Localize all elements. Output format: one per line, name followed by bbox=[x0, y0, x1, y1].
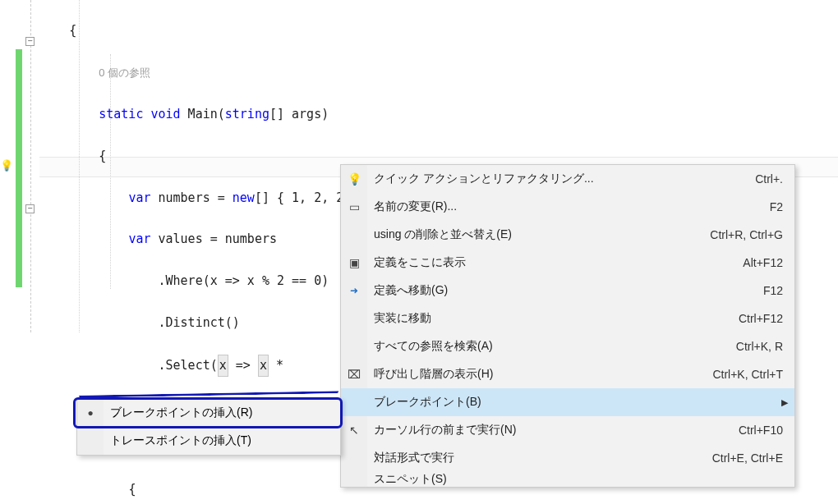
highlighted-variable: x bbox=[218, 355, 228, 377]
outline-connector bbox=[30, 0, 31, 332]
references-codelens[interactable]: 0 個の参照 bbox=[99, 66, 150, 79]
menu-execute-interactive[interactable]: 対話形式で実行 Ctrl+E, Ctrl+E bbox=[341, 444, 794, 472]
lightbulb-icon[interactable]: 💡 bbox=[0, 159, 12, 172]
code-brace: { bbox=[69, 23, 76, 38]
menu-snippet[interactable]: スニペット(S) bbox=[341, 472, 794, 487]
menu-quick-actions[interactable]: 💡 クイック アクションとリファクタリング... Ctrl+. bbox=[341, 165, 794, 193]
menu-call-hierarchy[interactable]: ⌧ 呼び出し階層の表示(H) Ctrl+K, Ctrl+T bbox=[341, 360, 794, 388]
goto-definition-icon: ➜ bbox=[346, 285, 362, 296]
peek-definition-icon: ▣ bbox=[346, 256, 362, 269]
fold-toggle[interactable]: − bbox=[25, 37, 35, 46]
breakpoint-dot-icon: ● bbox=[82, 407, 99, 419]
submenu-insert-tracepoint[interactable]: トレースポイントの挿入(T) bbox=[77, 427, 340, 455]
menu-goto-implementation[interactable]: 実装に移動 Ctrl+F12 bbox=[341, 305, 794, 332]
highlighted-variable: x bbox=[258, 355, 269, 377]
menu-find-references[interactable]: すべての参照を検索(A) Ctrl+K, R bbox=[341, 332, 794, 360]
menu-peek-definition[interactable]: ▣ 定義をここに表示 Alt+F12 bbox=[341, 249, 794, 277]
submenu-arrow-icon: ▶ bbox=[781, 397, 788, 408]
menu-goto-definition[interactable]: ➜ 定義へ移動(G) F12 bbox=[341, 277, 794, 305]
lightbulb-icon: 💡 bbox=[346, 172, 362, 186]
cursor-icon: ↖ bbox=[346, 424, 362, 437]
call-hierarchy-icon: ⌧ bbox=[346, 368, 362, 381]
breakpoint-submenu: ● ブレークポイントの挿入(R) トレースポイントの挿入(T) bbox=[76, 398, 341, 456]
editor-gutter: − − 💡 bbox=[0, 0, 39, 504]
menu-run-to-cursor[interactable]: ↖ カーソル行の前まで実行(N) Ctrl+F10 bbox=[341, 416, 794, 444]
menu-rename[interactable]: ▭ 名前の変更(R)... F2 bbox=[341, 193, 794, 221]
menu-breakpoint[interactable]: ブレークポイント(B) ▶ bbox=[341, 388, 794, 416]
submenu-insert-breakpoint[interactable]: ● ブレークポイントの挿入(R) bbox=[77, 399, 340, 427]
context-menu: 💡 クイック アクションとリファクタリング... Ctrl+. ▭ 名前の変更(… bbox=[340, 164, 795, 488]
fold-toggle[interactable]: − bbox=[25, 204, 35, 213]
change-bar bbox=[16, 49, 22, 287]
rename-icon: ▭ bbox=[346, 200, 362, 213]
menu-organize-usings[interactable]: using の削除と並べ替え(E) Ctrl+R, Ctrl+G bbox=[341, 221, 794, 249]
